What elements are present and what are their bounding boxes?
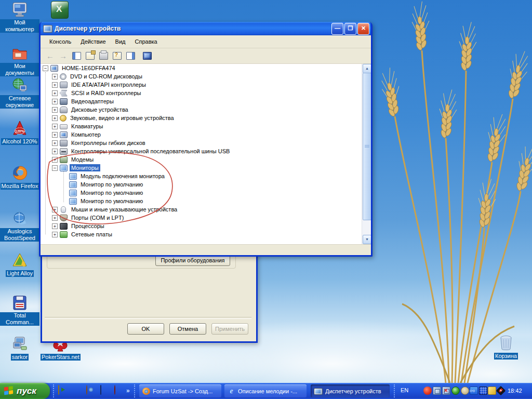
tray-download-manager-icon[interactable]	[496, 386, 506, 396]
tree-item-sound-video-game[interactable]: Звуковые, видео и игровые устройства	[41, 114, 371, 122]
desktop: Мой компьютер Мои документы Сетевое окру…	[0, 0, 532, 399]
tree-item-usb-controllers[interactable]: Контроллеры универсальной последовательн…	[41, 147, 371, 155]
tree-item-default-monitor-2[interactable]: Монитор по умолчанию	[41, 189, 371, 197]
quicklaunch-light-alloy[interactable]	[57, 385, 68, 396]
desktop-icon-mozilla-firefox[interactable]: Mozilla Firefox	[0, 164, 39, 192]
excel-shortcut-icon[interactable]	[51, 1, 69, 19]
cancel-button[interactable]: Отмена	[169, 323, 206, 335]
minimize-button[interactable]: —	[331, 23, 343, 35]
menu-action[interactable]: Действие	[76, 37, 110, 46]
expand-plus-icon[interactable]	[52, 74, 58, 79]
tree-item-monitor-connection-module[interactable]: Модуль подключения монитора	[41, 172, 371, 180]
tree-item-modems[interactable]: Модемы	[41, 155, 371, 164]
language-indicator[interactable]: EN	[401, 387, 408, 393]
maximize-button[interactable]: ❐	[344, 23, 356, 35]
tray-red-circle-icon[interactable]	[423, 387, 432, 395]
expand-plus-icon[interactable]	[52, 90, 58, 96]
desktop-icon-light-alloy[interactable]: Light Alloy	[0, 251, 39, 279]
window-title: Диспетчер устройств	[55, 25, 330, 32]
expand-plus-icon[interactable]	[52, 149, 58, 154]
menu-console[interactable]: Консоль	[45, 37, 76, 46]
tree-item-ide-controllers[interactable]: IDE ATA/ATAPI контроллеры	[41, 81, 371, 89]
task-button-device-manager[interactable]: Диспетчер устройств	[311, 384, 390, 397]
management-icon	[143, 52, 152, 60]
tree-item-floppy-controllers[interactable]: Контроллеры гибких дисков	[41, 139, 371, 147]
close-button[interactable]: ✕	[357, 23, 369, 35]
menu-help[interactable]: Справка	[130, 37, 162, 46]
quicklaunch-show-desktop[interactable]	[71, 385, 82, 396]
desktop-icon-my-documents[interactable]: Мои документы	[0, 45, 39, 78]
back-icon[interactable]: ←	[46, 51, 54, 61]
desktop-icon-sarkor[interactable]: sarkor	[0, 335, 39, 363]
expand-plus-icon[interactable]	[52, 140, 58, 146]
hardware-profiles-button[interactable]: Профили оборудования	[155, 255, 230, 266]
tree-item-video-adapters[interactable]: Видеоадаптеры	[41, 97, 371, 105]
tree-item-computer[interactable]: Компьютер	[41, 130, 371, 139]
tree-item-disk-drives[interactable]: Дисковые устройства	[41, 105, 371, 114]
desktop-icon-total-commander[interactable]: Total Comman...	[0, 294, 39, 328]
show-console-tree-button[interactable]	[71, 50, 82, 62]
tree-item-ports[interactable]: Порты (COM и LPT)	[41, 214, 371, 222]
expand-plus-icon[interactable]	[52, 207, 58, 212]
monitor-icon	[69, 173, 77, 180]
expand-plus-icon[interactable]	[52, 99, 58, 104]
my-documents-icon	[11, 45, 29, 62]
management-button[interactable]	[141, 50, 153, 62]
title-bar[interactable]: Диспетчер устройств — ❐ ✕	[41, 22, 371, 35]
tray-volume-icon[interactable]	[461, 387, 469, 395]
total-commander-icon	[100, 385, 101, 395]
print-button[interactable]	[98, 50, 109, 62]
expand-plus-icon[interactable]	[52, 107, 58, 113]
collapse-minus-icon[interactable]	[43, 65, 48, 71]
tree-item-default-monitor-3[interactable]: Монитор по умолчанию	[41, 197, 371, 205]
properties-button[interactable]	[84, 50, 96, 62]
expand-plus-icon[interactable]	[52, 132, 58, 138]
tray-calculator-icon[interactable]	[479, 387, 487, 395]
tree-item-processors[interactable]: Процессоры	[41, 222, 371, 230]
quicklaunch-overflow-chevron[interactable]: »	[126, 387, 130, 394]
scrollbar-thumb[interactable]	[363, 73, 371, 220]
menu-view[interactable]: Вид	[111, 37, 130, 46]
desktop-icon-recycle-bin[interactable]: Корзина	[486, 334, 526, 362]
tree-item-scsi-raid[interactable]: SCSI и RAID контроллеры	[41, 89, 371, 97]
desktop-icon-alcohol-120[interactable]: 120% Alcohol 120%	[0, 119, 39, 147]
expand-plus-icon[interactable]	[52, 124, 58, 129]
tree-item-default-monitor-1[interactable]: Монитор по умолчанию	[41, 180, 371, 189]
forward-icon[interactable]: →	[59, 51, 67, 61]
expand-plus-icon[interactable]	[52, 157, 58, 163]
task-button-melody-description[interactable]: e Описание мелодии -...	[224, 384, 307, 397]
scroll-up-icon[interactable]: ▲	[363, 64, 371, 73]
quicklaunch-firefox[interactable]	[85, 385, 96, 396]
expand-plus-icon[interactable]	[52, 115, 58, 121]
desktop-icon-network-places[interactable]: Сетевое окружение	[0, 77, 39, 111]
start-button[interactable]: пуск	[0, 383, 50, 399]
expand-plus-icon[interactable]	[52, 223, 58, 229]
tray-antivirus-icon[interactable]	[451, 387, 460, 395]
quicklaunch-total-commander[interactable]	[99, 385, 110, 396]
keyboard-icon	[60, 124, 68, 129]
expand-plus-icon[interactable]	[52, 215, 58, 221]
task-button-forum-uzsat[interactable]: Forum UzSat -> Созд...	[139, 384, 221, 397]
tree-item-dvd-cdrom[interactable]: DVD и CD-ROM дисководы	[41, 72, 371, 81]
usb-controller-icon	[60, 148, 68, 155]
ok-button[interactable]: OK	[127, 323, 164, 335]
tree-item-monitors[interactable]: Мониторы	[41, 164, 371, 172]
vertical-scrollbar[interactable]: ▲ ▼	[362, 64, 371, 244]
desktop-icon-auslogics-boostspeed[interactable]: Auslogics BoostSpeed	[0, 210, 39, 244]
expand-plus-icon[interactable]	[52, 82, 58, 88]
tray-wireless-icon[interactable]	[470, 387, 478, 395]
tree-item-network-adapters[interactable]: Сетевые платы	[41, 230, 371, 238]
expand-plus-icon[interactable]	[52, 232, 58, 237]
tray-network-icon[interactable]	[433, 387, 441, 395]
scroll-down-icon[interactable]: ▼	[363, 235, 371, 244]
show-panel-button[interactable]	[125, 50, 136, 62]
collapse-minus-icon[interactable]	[52, 165, 58, 171]
desktop-icon-my-computer[interactable]: Мой компьютер	[0, 1, 39, 35]
tray-yellow-icon[interactable]	[488, 387, 496, 395]
tree-item-mice[interactable]: Мыши и иные указывающие устройства	[41, 205, 371, 214]
tray-network-disconnected-icon[interactable]	[442, 387, 450, 395]
tree-item-keyboards[interactable]: Клавиатуры	[41, 122, 371, 130]
help-button[interactable]	[111, 50, 123, 62]
quicklaunch-recorder[interactable]	[113, 385, 124, 396]
tree-item-home[interactable]: HOME-1E6DFFA474	[41, 64, 371, 72]
